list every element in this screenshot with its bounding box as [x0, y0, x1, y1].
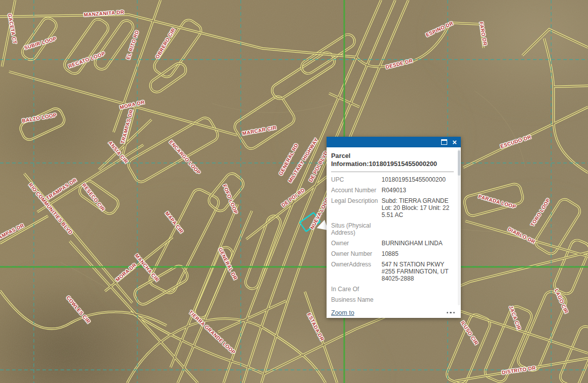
popup-field-row: OwnerBURNINGHAM LINDA — [331, 238, 454, 248]
popup-scrollbar[interactable] — [458, 149, 460, 305]
popup-field-row: OwnerAddress547 N STATION PKWY #255 FARM… — [331, 259, 454, 284]
field-label: Account Number — [331, 187, 382, 194]
field-value: 10885 — [382, 250, 454, 257]
field-label: Legal Description — [331, 197, 382, 218]
more-options-icon[interactable] — [445, 312, 455, 314]
popup-field-row: Account NumberR049013 — [331, 185, 454, 195]
popup-field-row: UPC1018019515455000200 — [331, 174, 454, 185]
field-value: R049013 — [382, 187, 454, 194]
field-label: Owner — [331, 240, 382, 247]
popup-titlebar: × — [327, 137, 461, 147]
field-label: In Care Of — [331, 286, 382, 293]
field-value: BURNINGHAM LINDA — [382, 240, 454, 247]
field-value — [382, 286, 454, 293]
popup-body: Parcel Information:1018019515455000200 U… — [327, 147, 461, 308]
maximize-icon[interactable] — [441, 139, 447, 145]
zoom-to-link[interactable]: Zoom to — [331, 309, 354, 316]
popup-field-row: Owner Number10885 — [331, 248, 454, 259]
map-canvas[interactable]: GACETA CTMANZANITA DRSUBIR LOOPRECATO LO… — [0, 0, 588, 383]
popup-field-row: Situs (Physical Address) — [331, 220, 454, 238]
popup-field-row: In Care Of — [331, 284, 454, 294]
field-value — [382, 296, 454, 303]
field-label: Business Name — [331, 296, 382, 303]
popup-field-row: Taxes (Parcel)20 — [331, 308, 454, 308]
popup-footer: Zoom to — [327, 308, 461, 318]
parcel-info-popup: × Parcel Information:1018019515455000200… — [327, 137, 461, 318]
field-value: 547 N STATION PKWY #255 FARMINGTON, UT 8… — [382, 261, 454, 282]
close-icon[interactable]: × — [452, 138, 457, 146]
popup-title: Parcel Information:1018019515455000200 — [331, 147, 454, 168]
field-value — [382, 222, 454, 236]
popup-field-row: Legal DescriptionSubd: TIERRA GRANDE Lot… — [331, 195, 454, 220]
field-value: Subd: TIERRA GRANDE Lot: 20 Block: 17 Un… — [382, 197, 454, 218]
field-label: Situs (Physical Address) — [331, 222, 382, 236]
popup-scrollbar-thumb[interactable] — [458, 150, 460, 176]
field-value: 1018019515455000200 — [382, 176, 454, 183]
popup-field-row: Business Name — [331, 294, 454, 305]
field-label: Owner Number — [331, 250, 382, 257]
field-label: OwnerAddress — [331, 261, 382, 282]
field-label: UPC — [331, 176, 382, 183]
